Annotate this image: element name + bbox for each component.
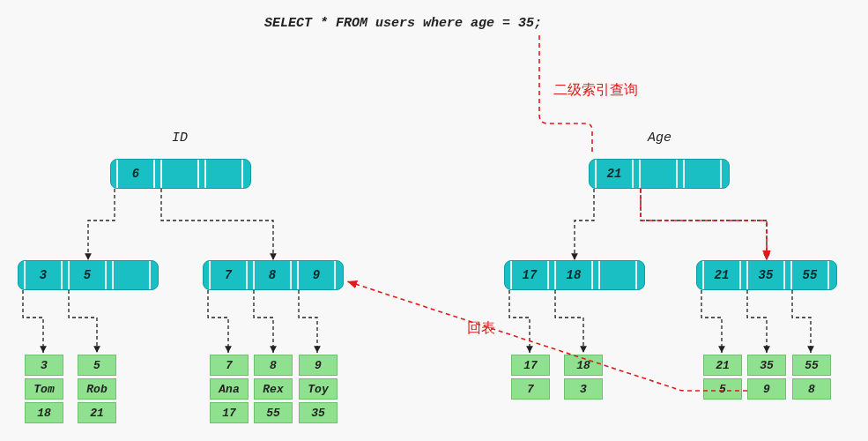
leaf-name: Ana: [210, 378, 249, 400]
node-separator: [292, 261, 299, 289]
leaf-val: 21: [78, 402, 116, 423]
leaf-name: Tom: [25, 378, 63, 400]
left-root-node: 6: [110, 159, 251, 189]
node-key: 55: [792, 261, 829, 289]
node-separator: [637, 261, 644, 289]
node-separator: [549, 261, 556, 289]
node-key: 17: [512, 261, 549, 289]
leaf-id: 3: [564, 378, 603, 400]
node-key: 9: [299, 261, 336, 289]
left-leaf-4: 9 Toy 35: [299, 355, 338, 423]
node-separator: [19, 261, 26, 289]
left-inner-node-1: 7 8 9: [203, 260, 344, 290]
node-separator: [741, 261, 748, 289]
leaf-name: Rex: [254, 378, 293, 400]
leaf-age: 17: [511, 355, 550, 376]
node-empty: [641, 160, 678, 188]
node-key: 7: [211, 261, 248, 289]
leaf-age: 21: [703, 355, 742, 376]
leaf-name: Rob: [78, 378, 116, 400]
node-key: 8: [255, 261, 292, 289]
right-inner-node-1: 21 35 55: [696, 260, 837, 290]
right-leaf-4: 55 8: [792, 355, 831, 400]
leaf-val: 18: [25, 402, 63, 423]
node-empty: [162, 160, 199, 188]
node-separator: [634, 160, 641, 188]
annotation-secondary-index: 二级索引查询: [553, 81, 638, 100]
right-leaf-3: 35 9: [747, 355, 786, 400]
left-inner-node-0: 3 5: [18, 260, 159, 290]
node-separator: [151, 261, 158, 289]
left-tree-label: ID: [172, 131, 188, 146]
node-separator: [678, 160, 685, 188]
leaf-id: 7: [511, 378, 550, 400]
node-separator: [593, 261, 600, 289]
node-separator: [829, 261, 836, 289]
node-separator: [248, 261, 255, 289]
leaf-id: 8: [254, 355, 293, 376]
left-leaf-0: 3 Tom 18: [25, 355, 63, 423]
node-separator: [336, 261, 343, 289]
leaf-age: 18: [564, 355, 603, 376]
right-tree-label: Age: [648, 131, 671, 146]
leaf-id: 9: [747, 378, 786, 400]
node-separator: [505, 261, 512, 289]
node-separator: [697, 261, 704, 289]
leaf-id: 3: [25, 355, 63, 376]
node-key: 21: [597, 160, 634, 188]
left-leaf-3: 8 Rex 55: [254, 355, 293, 423]
node-key: 3: [26, 261, 63, 289]
node-separator: [204, 261, 211, 289]
node-separator: [785, 261, 792, 289]
leaf-age: 35: [747, 355, 786, 376]
leaf-val: 55: [254, 402, 293, 423]
node-empty: [685, 160, 722, 188]
leaf-id: 7: [210, 355, 249, 376]
annotation-back-to-table: 回表: [467, 319, 495, 338]
node-key: 35: [748, 261, 785, 289]
node-empty: [114, 261, 151, 289]
node-empty: [206, 160, 243, 188]
right-leaf-0: 17 7: [511, 355, 550, 400]
right-leaf-2: 21 5: [703, 355, 742, 400]
node-key: 18: [556, 261, 593, 289]
node-separator: [155, 160, 162, 188]
leaf-val: 35: [299, 402, 338, 423]
node-separator: [63, 261, 70, 289]
leaf-id: 5: [78, 355, 116, 376]
left-leaf-2: 7 Ana 17: [210, 355, 249, 423]
leaf-id: 5: [703, 378, 742, 400]
leaf-val: 17: [210, 402, 249, 423]
leaf-id: 8: [792, 378, 831, 400]
node-separator: [199, 160, 206, 188]
sql-query: SELECT * FROM users where age = 35;: [264, 16, 542, 31]
leaf-age: 55: [792, 355, 831, 376]
node-separator: [107, 261, 114, 289]
node-separator: [243, 160, 250, 188]
node-separator: [722, 160, 729, 188]
left-leaf-1: 5 Rob 21: [78, 355, 116, 423]
node-key: 21: [704, 261, 741, 289]
right-inner-node-0: 17 18: [504, 260, 645, 290]
node-separator: [111, 160, 118, 188]
node-key: 6: [118, 160, 155, 188]
node-separator: [590, 160, 597, 188]
node-key: 5: [70, 261, 107, 289]
leaf-name: Toy: [299, 378, 338, 400]
leaf-id: 9: [299, 355, 338, 376]
right-root-node: 21: [589, 159, 730, 189]
node-empty: [600, 261, 637, 289]
right-leaf-1: 18 3: [564, 355, 603, 400]
